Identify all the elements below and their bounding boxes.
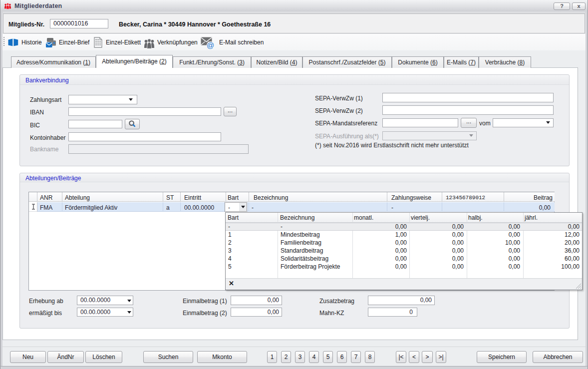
svg-text:@: @	[207, 41, 214, 49]
